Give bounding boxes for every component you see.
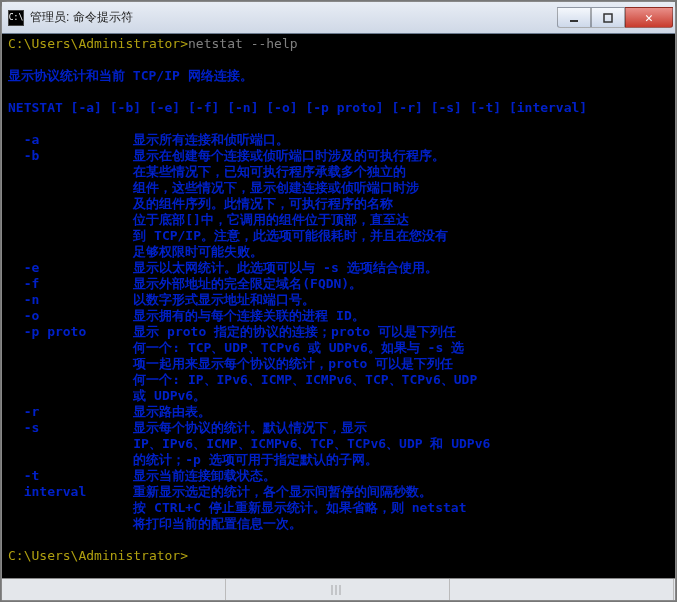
opt-b-line: 及的组件序列。此情况下，可执行程序的名称 bbox=[8, 196, 393, 211]
opt-p-line: 或 UDPv6。 bbox=[8, 388, 206, 403]
opt-a-label: -a 显示所有连接和侦听端口。 bbox=[8, 132, 289, 147]
cmd-icon: C:\ bbox=[8, 10, 24, 26]
svg-rect-4 bbox=[339, 585, 341, 595]
status-segment bbox=[2, 579, 226, 600]
status-bar bbox=[2, 578, 675, 600]
opt-s-line: 的统计；-p 选项可用于指定默认的子网。 bbox=[8, 452, 378, 467]
help-usage: NETSTAT [-a] [-b] [-e] [-f] [-n] [-o] [-… bbox=[8, 100, 587, 115]
prompt-path-2: C:\Users\Administrator> bbox=[8, 548, 188, 563]
prompt-path: C:\Users\Administrator> bbox=[8, 36, 188, 51]
minimize-button[interactable] bbox=[557, 7, 591, 28]
status-segment bbox=[450, 579, 674, 600]
status-segment bbox=[226, 579, 450, 600]
opt-s-line: IP、IPv6、ICMP、ICMPv6、TCP、TCPv6、UDP 和 UDPv… bbox=[8, 436, 490, 451]
opt-interval-line: 将打印当前的配置信息一次。 bbox=[8, 516, 302, 531]
opt-b-line: 在某些情况下，已知可执行程序承载多个独立的 bbox=[8, 164, 406, 179]
svg-rect-0 bbox=[570, 20, 578, 22]
opt-interval-line: 按 CTRL+C 停止重新显示统计。如果省略，则 netstat bbox=[8, 500, 466, 515]
svg-rect-1 bbox=[604, 14, 612, 22]
opt-t-label: -t 显示当前连接卸载状态。 bbox=[8, 468, 276, 483]
window-controls: ✕ bbox=[557, 7, 673, 28]
svg-rect-3 bbox=[335, 585, 337, 595]
help-intro: 显示协议统计和当前 TCP/IP 网络连接。 bbox=[8, 68, 253, 83]
opt-f-label: -f 显示外部地址的完全限定域名(FQDN)。 bbox=[8, 276, 362, 291]
opt-b-line: 到 TCP/IP。注意，此选项可能很耗时，并且在您没有 bbox=[8, 228, 448, 243]
opt-b-line: 足够权限时可能失败。 bbox=[8, 244, 263, 259]
opt-e-label: -e 显示以太网统计。此选项可以与 -s 选项结合使用。 bbox=[8, 260, 438, 275]
opt-b-line: 位于底部[]中，它调用的组件位于顶部，直至达 bbox=[8, 212, 409, 227]
window-title: 管理员: 命令提示符 bbox=[30, 9, 557, 26]
opt-interval-label: interval 重新显示选定的统计，各个显示间暂停的间隔秒数。 bbox=[8, 484, 432, 499]
minimize-icon bbox=[569, 13, 579, 23]
maximize-icon bbox=[603, 13, 613, 23]
close-button[interactable]: ✕ bbox=[625, 7, 673, 28]
opt-n-label: -n 以数字形式显示地址和端口号。 bbox=[8, 292, 315, 307]
opt-s-label: -s 显示每个协议的统计。默认情况下，显示 bbox=[8, 420, 367, 435]
close-icon: ✕ bbox=[645, 10, 653, 25]
terminal-output[interactable]: C:\Users\Administrator>netstat --help 显示… bbox=[2, 34, 675, 578]
cmd-window: C:\ 管理员: 命令提示符 ✕ C:\Users\Administrator>… bbox=[1, 1, 676, 601]
opt-p-line: 何一个: IP、IPv6、ICMP、ICMPv6、TCP、TCPv6、UDP bbox=[8, 372, 477, 387]
prompt-command: netstat --help bbox=[188, 36, 298, 51]
maximize-button[interactable] bbox=[591, 7, 625, 28]
grip-icon bbox=[331, 585, 345, 595]
svg-rect-2 bbox=[331, 585, 333, 595]
opt-o-label: -o 显示拥有的与每个连接关联的进程 ID。 bbox=[8, 308, 365, 323]
opt-r-label: -r 显示路由表。 bbox=[8, 404, 211, 419]
opt-p-line: 何一个: TCP、UDP、TCPv6 或 UDPv6。如果与 -s 选 bbox=[8, 340, 464, 355]
titlebar[interactable]: C:\ 管理员: 命令提示符 ✕ bbox=[2, 2, 675, 34]
opt-b-line: 组件，这些情况下，显示创建连接或侦听端口时涉 bbox=[8, 180, 419, 195]
opt-p-label: -p proto 显示 proto 指定的协议的连接；proto 可以是下列任 bbox=[8, 324, 456, 339]
opt-b-label: -b 显示在创建每个连接或侦听端口时涉及的可执行程序。 bbox=[8, 148, 445, 163]
opt-p-line: 项一起用来显示每个协议的统计，proto 可以是下列任 bbox=[8, 356, 453, 371]
